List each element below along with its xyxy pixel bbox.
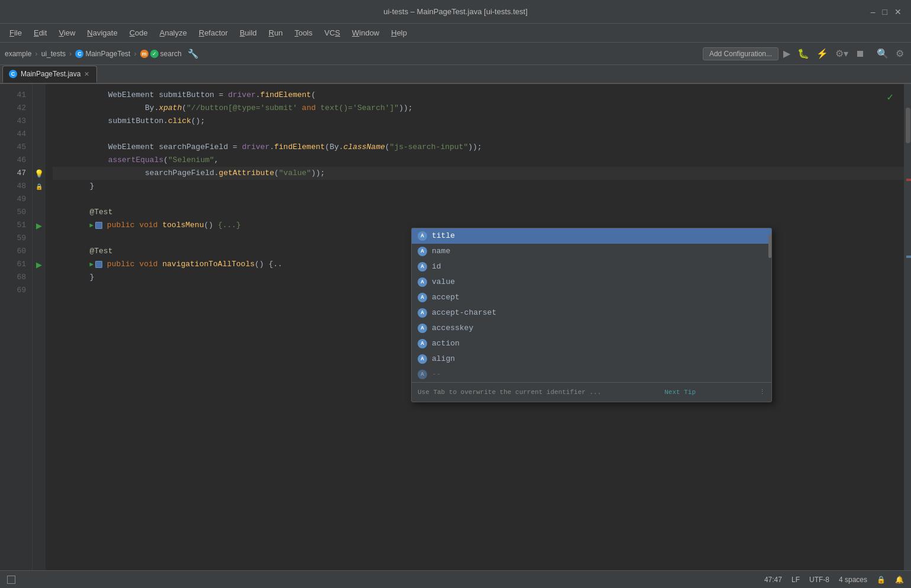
completion-scrollbar-thumb[interactable] [768,234,771,258]
checkmark-icon: ✓ [887,91,893,104]
cursor-position: 47:47 [764,576,782,584]
gutter-run-51[interactable]: ▶ [33,219,46,232]
completion-label-name: name [432,245,450,258]
editor-area: 41 42 43 44 45 46 47 48 49 50 51 59 60 6… [0,84,911,570]
menu-navigate[interactable]: Navigate [82,26,122,40]
code-line-47: searchPageField.getAttribute("value")); [53,167,904,180]
completion-icon-id: A [418,262,427,272]
menu-run[interactable]: Run [264,26,287,40]
menu-help[interactable]: Help [386,26,412,40]
debug-button[interactable]: 🐛 [795,47,812,60]
minimize-button[interactable]: – [871,7,876,17]
menu-build[interactable]: Build [235,26,261,40]
completion-more-button[interactable]: ⋮ [759,386,765,399]
search-everywhere-button[interactable]: 🔍 [874,47,891,60]
panel-toggle[interactable] [7,576,15,584]
tab-close-button[interactable]: ✕ [84,70,89,78]
completion-label-align: align [432,353,455,366]
stop-button[interactable]: ⏹ [853,47,867,60]
tab-class-icon: C [9,70,17,78]
completion-item-title[interactable]: A title [412,228,771,244]
completion-item-align[interactable]: A align [412,351,771,367]
menu-window[interactable]: Window [347,26,384,40]
breadcrumb-ui-tests[interactable]: ui_tests [41,50,66,58]
gutter-lock-icon: 🔒 [33,180,46,193]
completion-icon-action: A [418,339,427,348]
completion-label-action: action [432,337,460,350]
completion-item-name[interactable]: A name [412,244,771,259]
code-line-44 [53,128,904,141]
scrollbar-thumb[interactable] [906,108,910,143]
menu-edit[interactable]: Edit [29,26,51,40]
menu-file[interactable]: File [5,26,27,40]
tab-label: MainPageTest.java [21,70,80,78]
completion-icon-accept-charset: A [418,308,427,318]
coverage-button[interactable]: ⚡ [814,47,831,60]
completion-label-title: title [432,230,455,243]
gutter: 💡 🔒 ▶ ▶ [33,84,46,570]
scrollbar-marker-1 [906,179,911,181]
class-icon: C [75,50,83,58]
settings-button[interactable]: ⚙ [893,47,906,60]
breadcrumb-method[interactable]: m ✓ search [140,50,182,58]
completion-item-id[interactable]: A id [412,259,771,274]
breadcrumb-mainpagetest[interactable]: C MainPageTest [75,50,130,58]
completion-icon-title: A [418,231,427,241]
completion-popup[interactable]: A title A name A id A value A accept A a… [411,228,772,402]
line-ending[interactable]: LF [792,576,800,584]
code-line-50: @Test [53,206,904,219]
wrench-icon[interactable]: 🔧 [188,49,199,59]
completion-item-accept[interactable]: A accept [412,290,771,305]
git-icon: 🔒 [877,576,886,584]
completion-icon-more: A [418,370,427,379]
toolbar: example › ui_tests › C MainPageTest › m … [0,43,911,65]
code-line-41: WebElement submitButton = driver.findEle… [53,89,904,102]
code-line-48: } [53,180,904,193]
completion-icon-align: A [418,354,427,364]
notifications-icon[interactable]: 🔔 [895,576,904,584]
menu-refactor[interactable]: Refactor [194,26,232,40]
completion-icon-value: A [418,277,427,287]
tab-bar: C MainPageTest.java ✕ [0,65,911,84]
gutter-bulb-icon[interactable]: 💡 [33,167,46,180]
completion-item-accept-charset[interactable]: A accept-charset [412,305,771,321]
menu-bar: File Edit View Navigate Code Analyze Ref… [0,24,911,43]
status-bar: 47:47 LF UTF-8 4 spaces 🔒 🔔 [0,570,911,588]
menu-analyze[interactable]: Analyze [155,26,192,40]
menu-view[interactable]: View [54,26,80,40]
maximize-button[interactable]: □ [883,7,887,17]
menu-tools[interactable]: Tools [290,26,317,40]
code-editor[interactable]: WebElement submitButton = driver.findEle… [46,84,904,570]
encoding[interactable]: UTF-8 [809,576,829,584]
code-line-49 [53,193,904,206]
right-scrollbar[interactable] [904,84,911,570]
method-icon-m: m [140,50,148,58]
completion-item-value[interactable]: A value [412,274,771,290]
scrollbar-marker-2 [906,256,911,258]
code-line-42: By.xpath("//button[@type='submit' and te… [53,102,904,115]
code-line-46: assertEquals("Selenium", [53,154,904,167]
indent-settings[interactable]: 4 spaces [839,576,867,584]
completion-icon-accept: A [418,293,427,302]
window-title: ui-tests – MainPageTest.java [ui-tests.t… [383,7,528,16]
close-button[interactable]: ✕ [894,7,902,17]
profile-dropdown[interactable]: ⚙▾ [833,47,851,60]
completion-next-tip[interactable]: Next Tip [664,386,696,399]
completion-footer: Use Tab to overwrite the current identif… [412,382,771,402]
breadcrumb-example[interactable]: example [5,50,31,58]
window-controls[interactable]: – □ ✕ [871,7,902,17]
menu-code[interactable]: Code [125,26,153,40]
menu-vcs[interactable]: VCS [319,26,345,40]
completion-label-id: id [432,260,441,273]
completion-item-accesskey[interactable]: A accesskey [412,321,771,336]
code-line-43: submitButton.click(); [53,115,904,128]
gutter-run-61[interactable]: ▶ [33,258,46,271]
completion-item-action[interactable]: A action [412,336,771,351]
tab-mainpagetest[interactable]: C MainPageTest.java ✕ [2,66,97,83]
run-button[interactable]: ▶ [781,47,793,60]
completion-label-accept: accept [432,291,460,304]
code-line-45: WebElement searchPageField = driver.find… [53,141,904,154]
run-config-dropdown[interactable]: Add Configuration... [703,47,778,60]
completion-icon-accesskey: A [418,324,427,333]
completion-label-accesskey: accesskey [432,322,473,335]
